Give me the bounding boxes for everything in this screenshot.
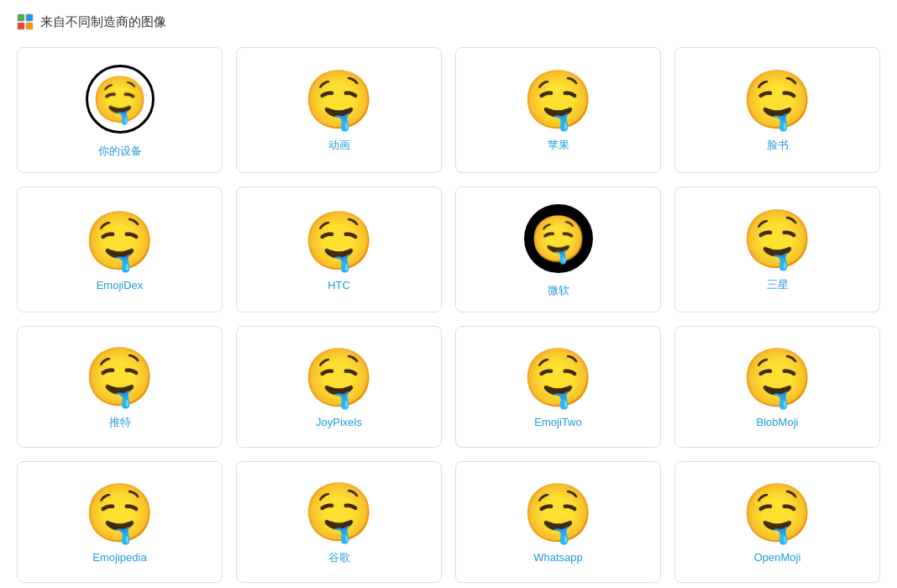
card-google[interactable]: 🤤谷歌 <box>236 461 442 583</box>
card-microsoft[interactable]: 🤤微软 <box>455 186 661 312</box>
card-whatsapp[interactable]: 🤤Whatsapp <box>455 461 661 583</box>
emoji-animated: 🤤 <box>303 71 375 128</box>
label-google: 谷歌 <box>328 550 350 565</box>
label-emojipedia: Emojipedia <box>92 551 146 564</box>
label-device: 你的设备 <box>98 144 142 159</box>
image-collection-icon <box>17 13 34 30</box>
emoji-twitter: 🤤 <box>84 348 155 405</box>
label-apple: 苹果 <box>548 138 569 153</box>
card-animated[interactable]: 🤤动画 <box>236 47 442 173</box>
label-samsung: 三星 <box>767 277 789 292</box>
page-title: 来自不同制造商的图像 <box>40 14 166 30</box>
card-facebook[interactable]: 🤤脸书 <box>674 47 880 173</box>
card-blobmoji[interactable]: 🤤BlobMoji <box>674 326 880 448</box>
card-emojidex[interactable]: 🤤EmojiDex <box>17 186 223 312</box>
emoji-emojidex: 🤤 <box>84 212 155 269</box>
emoji-facebook: 🤤 <box>742 71 813 128</box>
card-joypixels[interactable]: 🤤JoyPixels <box>236 326 442 448</box>
label-twitter: 推特 <box>109 415 131 430</box>
emoji-samsung: 🤤 <box>742 210 813 267</box>
label-openmoji: OpenMoji <box>754 551 801 564</box>
emoji-blobmoji: 🤤 <box>742 349 813 406</box>
label-whatsapp: Whatsapp <box>533 551 583 564</box>
card-openmoji[interactable]: 🤤OpenMoji <box>674 461 880 583</box>
emoji-emojipedia: 🤤 <box>84 484 155 541</box>
emoji-grid: 🤤你的设备🤤动画🤤苹果🤤脸书🤤EmojiDex🤤HTC🤤微软🤤三星🤤推特🤤Joy… <box>17 47 880 583</box>
emoji-emojitwo: 🤤 <box>522 349 594 406</box>
card-samsung[interactable]: 🤤三星 <box>674 186 880 312</box>
card-htc[interactable]: 🤤HTC <box>236 186 442 312</box>
card-emojipedia[interactable]: 🤤Emojipedia <box>17 461 223 583</box>
emoji-openmoji: 🤤 <box>742 484 813 541</box>
emoji-joypixels: 🤤 <box>303 349 375 406</box>
card-apple[interactable]: 🤤苹果 <box>455 47 661 173</box>
emoji-apple: 🤤 <box>522 71 594 128</box>
svg-rect-3 <box>26 23 33 29</box>
emoji-microsoft: 🤤 <box>524 204 593 273</box>
label-animated: 动画 <box>328 138 350 153</box>
emoji-htc: 🤤 <box>303 212 375 269</box>
emoji-whatsapp: 🤤 <box>522 484 594 541</box>
label-htc: HTC <box>328 279 350 291</box>
page-header: 来自不同制造商的图像 <box>17 13 880 30</box>
label-emojidex: EmojiDex <box>97 279 144 291</box>
label-emojitwo: EmojiTwo <box>534 416 581 428</box>
label-joypixels: JoyPixels <box>316 416 362 428</box>
emoji-device: 🤤 <box>86 65 155 134</box>
svg-rect-0 <box>18 14 24 21</box>
emoji-google: 🤤 <box>303 483 375 540</box>
svg-rect-1 <box>26 14 33 21</box>
card-device[interactable]: 🤤你的设备 <box>17 47 223 173</box>
label-facebook: 脸书 <box>767 138 789 153</box>
card-emojitwo[interactable]: 🤤EmojiTwo <box>455 326 661 448</box>
label-microsoft: 微软 <box>548 283 569 298</box>
card-twitter[interactable]: 🤤推特 <box>17 326 223 448</box>
label-blobmoji: BlobMoji <box>757 416 799 428</box>
svg-rect-2 <box>18 23 24 29</box>
